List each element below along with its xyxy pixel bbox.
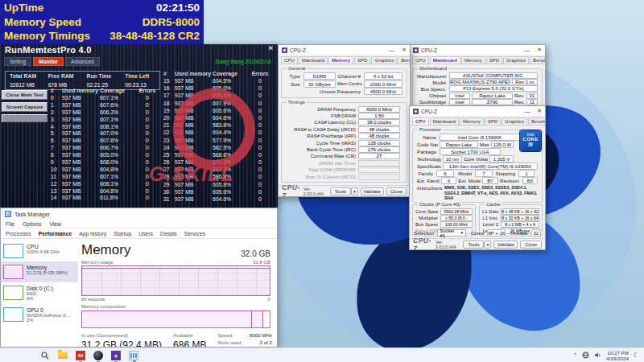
tab-graphics[interactable]: Graphics: [503, 56, 529, 64]
thread-row: 22937 MB604.4%0: [161, 130, 275, 137]
close-button[interactable]: Close: [386, 187, 407, 195]
max-tdp-value: 125.0 W: [491, 141, 514, 148]
errors: 0: [137, 188, 158, 195]
tab-mainboard[interactable]: Mainboard: [430, 56, 460, 64]
errors: 0: [250, 130, 270, 137]
tab-spd[interactable]: SPD: [485, 117, 501, 125]
tab-bench[interactable]: Bench: [530, 56, 546, 64]
validate-button[interactable]: Validate: [361, 187, 384, 195]
menu-item-options[interactable]: Options: [23, 221, 41, 227]
tab-graphics[interactable]: Graphics: [502, 117, 527, 125]
tab-cpu[interactable]: CPU: [281, 56, 298, 64]
package-value: Socket 1700 LGA: [440, 148, 501, 155]
search-icon[interactable]: [40, 351, 50, 360]
col-header: #: [161, 71, 175, 78]
tab-mainboard[interactable]: Mainboard: [299, 56, 328, 64]
do-not-disturb-moon-icon[interactable]: ☾: [634, 352, 639, 359]
task-manager-taskbar-icon[interactable]: [129, 351, 138, 360]
composition-divider: [262, 311, 263, 327]
taskbar-clock[interactable]: 10:27 PM 4/16/2024: [606, 350, 629, 361]
errors: 0: [137, 159, 158, 167]
close-icon[interactable]: ✕: [537, 47, 542, 53]
thread-row: 20937 MB604.6%0: [161, 115, 275, 122]
close-button[interactable]: Close: [520, 241, 542, 249]
tab-memory[interactable]: Memory: [460, 117, 484, 125]
file-explorer-icon[interactable]: [58, 351, 68, 360]
close-mem-test-button[interactable]: Close Mem Test: [2, 90, 47, 100]
tab-bench[interactable]: Bench: [398, 56, 411, 64]
errors: 0: [250, 196, 270, 204]
tab-advanced[interactable]: Advanced: [65, 57, 100, 66]
field-row: Bus Speed100.00 MHz: [414, 221, 474, 228]
tools-button[interactable]: Tools: [463, 241, 484, 249]
thread-row: 26937 MB571.8%0: [161, 159, 275, 167]
mem-controller-freq-value: 2000.0 MHz: [364, 80, 402, 88]
sidebar-item-gpu-0[interactable]: GPU 0NVIDIA GeForce G...2%: [1, 304, 78, 326]
start-button-icon[interactable]: [23, 351, 32, 360]
network-icon[interactable]: [582, 352, 589, 360]
tab-memory[interactable]: Memory: [461, 56, 485, 64]
cpuz-64-taskbar-icon[interactable]: 64: [76, 351, 85, 360]
menu-item-file[interactable]: File: [6, 221, 14, 227]
tools-dropdown-icon[interactable]: ▼: [484, 241, 491, 249]
field-value: 5500.08 MHz: [440, 208, 473, 215]
used-memory: 937 MB: [62, 188, 100, 195]
field-label: Level 2: [482, 222, 498, 227]
task-manager-window: Task Manager FileOptionsView ProcessesPe…: [0, 208, 278, 348]
task-manager-menubar: FileOptionsView: [1, 220, 277, 228]
field-value: 128 clocks: [358, 140, 400, 146]
tools-dropdown-icon[interactable]: ▼: [351, 187, 358, 195]
errors: 0: [137, 181, 158, 188]
socket-select[interactable]: Socket #1▼: [437, 229, 465, 237]
col-header: #: [48, 88, 62, 95]
perf-item-detail: 31.2/31.8 GB (98%): [27, 270, 68, 275]
gskill-app-icon[interactable]: [93, 351, 103, 360]
close-icon[interactable]: ✕: [267, 44, 274, 52]
thread-row: 12937 MB608.1%0: [48, 181, 159, 188]
menu-item-view[interactable]: View: [49, 221, 61, 227]
tab-users[interactable]: Users: [138, 231, 153, 237]
volume-icon[interactable]: [594, 352, 601, 360]
tab-performance[interactable]: Performance: [39, 231, 72, 237]
tab-memory[interactable]: Memory: [328, 56, 353, 64]
tab-spd[interactable]: SPD: [486, 56, 502, 64]
cpuz-purple-app-icon[interactable]: ◆: [111, 351, 121, 360]
memory-usage-graph[interactable]: [81, 265, 270, 296]
sidebar-item-memory[interactable]: Memory31.2/31.8 GB (98%): [1, 261, 78, 282]
blank-button[interactable]: [2, 114, 47, 122]
tab-app-history[interactable]: App history: [79, 231, 106, 237]
validate-button[interactable]: Validate: [493, 241, 518, 249]
close-icon[interactable]: ✕: [537, 108, 542, 114]
minimize-icon[interactable]: —: [389, 47, 394, 53]
socket-select-value: Socket #1: [440, 228, 458, 238]
stat-header: Total RAM: [6, 72, 44, 80]
sidebar-item-cpu[interactable]: CPU100% 4.68 GHz: [1, 241, 78, 261]
screen-capture-button[interactable]: Screen Capture: [2, 102, 47, 112]
tools-button[interactable]: Tools: [330, 187, 351, 195]
tab-services[interactable]: Services: [184, 231, 205, 237]
tab-cpu[interactable]: CPU: [412, 56, 429, 64]
minimize-icon[interactable]: —: [524, 109, 530, 114]
memory-detail-list: Speed:8000 MHzSlots used:2 of 2Form fact…: [217, 332, 272, 348]
tab-setting[interactable]: Setting: [4, 57, 31, 66]
coverage: 607.1%: [100, 174, 137, 181]
tab-mainboard[interactable]: Mainboard: [430, 117, 459, 125]
tab-startup[interactable]: Startup: [114, 231, 131, 237]
field-row: Row To Column (tRCD): [283, 173, 405, 179]
tab-graphics[interactable]: Graphics: [371, 56, 397, 64]
thread-id: 13: [48, 188, 62, 195]
thread-id: 4: [48, 124, 62, 131]
tab-processes[interactable]: Processes: [6, 231, 31, 237]
tab-spd[interactable]: SPD: [354, 56, 370, 64]
tab-cpu[interactable]: CPU: [412, 117, 429, 125]
minimize-icon[interactable]: —: [524, 47, 530, 53]
sidebar-item-disk-0-c-[interactable]: Disk 0 (C:)SSD0%: [1, 282, 78, 304]
tray-chevron-up-icon[interactable]: ⌃: [572, 352, 577, 359]
errors: 0: [250, 145, 270, 152]
errors: 0: [137, 124, 158, 131]
tab-bench[interactable]: Bench: [528, 117, 546, 125]
close-icon[interactable]: ✕: [402, 47, 407, 53]
memory-composition-bar[interactable]: [81, 311, 270, 328]
tab-details[interactable]: Details: [160, 231, 177, 237]
tab-monitor[interactable]: Monitor: [33, 57, 64, 66]
